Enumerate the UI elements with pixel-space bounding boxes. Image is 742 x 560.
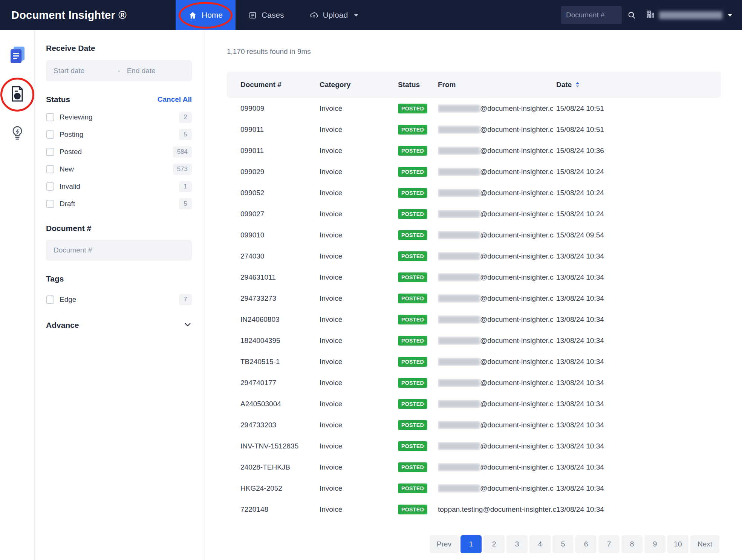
table-header: Document # Category Status From Date: [227, 72, 721, 98]
header-document[interactable]: Document #: [240, 81, 320, 89]
table-row[interactable]: 294733203 Invoice POSTED @document-insig…: [227, 415, 721, 436]
date-cell: 13/08/24 10:34: [556, 484, 707, 493]
status-checkbox[interactable]: [46, 113, 54, 121]
status-option-label: New: [60, 165, 168, 173]
table-row[interactable]: 24028-TEHKJB Invoice POSTED @document-in…: [227, 457, 721, 478]
redacted-sender: [438, 337, 480, 344]
nav-cases[interactable]: Cases: [236, 0, 297, 30]
table-row[interactable]: 099052 Invoice POSTED @document-insighte…: [227, 182, 721, 203]
status-checkbox[interactable]: [46, 148, 54, 156]
upload-icon: [310, 11, 318, 20]
status-cell: POSTED: [398, 483, 438, 493]
table-row[interactable]: 099009 Invoice POSTED @document-insighte…: [227, 98, 721, 119]
page-button[interactable]: 2: [483, 535, 505, 553]
page-button[interactable]: 8: [621, 535, 643, 553]
redacted-sender: [438, 421, 480, 429]
date-cell: 13/08/24 10:34: [556, 379, 707, 387]
category-cell: Invoice: [320, 358, 398, 366]
sender-domain: @document-insighter.c: [480, 421, 554, 429]
page-button[interactable]: 3: [506, 535, 528, 553]
page-button[interactable]: 9: [644, 535, 666, 553]
redacted-sender: [438, 316, 480, 323]
from-cell: @document-insighter.c: [438, 463, 556, 471]
status-badge: POSTED: [398, 420, 427, 430]
cancel-all-link[interactable]: Cancel All: [158, 95, 192, 104]
table-row[interactable]: IN24060803 Invoice POSTED @document-insi…: [227, 309, 721, 330]
sender-prefix: toppan.testing: [438, 505, 483, 514]
status-filter-option[interactable]: Posting 5: [46, 126, 192, 143]
table-row[interactable]: 099011 Invoice POSTED @document-insighte…: [227, 119, 721, 140]
page-button[interactable]: 4: [529, 535, 551, 553]
status-cell: POSTED: [398, 209, 438, 219]
table-row[interactable]: 099010 Invoice POSTED @document-insighte…: [227, 225, 721, 246]
tag-checkbox[interactable]: [46, 295, 54, 304]
header-date[interactable]: Date: [556, 81, 707, 89]
status-badge: POSTED: [398, 230, 427, 240]
status-checkbox[interactable]: [46, 200, 54, 208]
header-status[interactable]: Status: [398, 81, 438, 89]
page-button[interactable]: 10: [667, 535, 688, 553]
status-filter-option[interactable]: Invalid 1: [46, 178, 192, 195]
date-cell: 13/08/24 10:34: [556, 400, 707, 408]
nav-upload[interactable]: Upload: [297, 0, 372, 30]
nav-home[interactable]: Home: [176, 0, 236, 30]
sort-icon[interactable]: [575, 81, 580, 88]
page-button[interactable]: 1: [460, 535, 482, 553]
table-row[interactable]: INV-TNV-1512835 Invoice POSTED @document…: [227, 436, 721, 457]
status-filter-option[interactable]: Posted 584: [46, 143, 192, 161]
status-checkbox[interactable]: [46, 130, 54, 139]
from-cell: @document-insighter.c: [438, 231, 556, 239]
table-row[interactable]: 294740177 Invoice POSTED @document-insig…: [227, 372, 721, 393]
rail-insights[interactable]: [6, 123, 28, 145]
date-cell: 15/08/24 10:24: [556, 189, 707, 197]
status-filter-option[interactable]: Draft 5: [46, 195, 192, 213]
page-button[interactable]: 5: [552, 535, 574, 553]
table-row[interactable]: 274030 Invoice POSTED @document-insighte…: [227, 246, 721, 267]
table-row[interactable]: 099011 Invoice POSTED @document-insighte…: [227, 140, 721, 161]
filter-panel: Receive Date Start date - End date Statu…: [35, 30, 204, 560]
tag-filter-list: Edge 7: [46, 291, 192, 308]
table-row[interactable]: 1824004395 Invoice POSTED @document-insi…: [227, 330, 721, 351]
user-menu[interactable]: [646, 9, 732, 21]
table-row[interactable]: 099027 Invoice POSTED @document-insighte…: [227, 203, 721, 225]
tag-filter-option[interactable]: Edge 7: [46, 291, 192, 308]
date-cell: 13/08/24 10:34: [556, 421, 707, 429]
document-number-input[interactable]: [46, 240, 192, 261]
search-icon[interactable]: [627, 11, 636, 20]
table-row[interactable]: TB240515-1 Invoice POSTED @document-insi…: [227, 351, 721, 372]
page-button[interactable]: 6: [575, 535, 597, 553]
sender-domain: @document-insighter.c: [480, 315, 554, 324]
navbar-search[interactable]: [561, 6, 622, 24]
end-date-input[interactable]: End date: [127, 67, 184, 75]
prev-button[interactable]: Prev: [430, 535, 459, 553]
status-badge: POSTED: [398, 483, 427, 493]
table-row[interactable]: 7220148 Invoice POSTED toppan.testing@do…: [227, 499, 721, 520]
page-button[interactable]: 7: [598, 535, 620, 553]
date-range-input[interactable]: Start date - End date: [46, 60, 192, 81]
status-badge: POSTED: [398, 462, 427, 472]
status-checkbox[interactable]: [46, 165, 54, 173]
status-filter-option[interactable]: Reviewing 2: [46, 109, 192, 126]
next-button[interactable]: Next: [690, 535, 719, 553]
table-row[interactable]: A240503004 Invoice POSTED @document-insi…: [227, 393, 721, 415]
search-input[interactable]: [566, 11, 617, 19]
status-checkbox[interactable]: [46, 182, 54, 191]
table-row[interactable]: 294631011 Invoice POSTED @document-insig…: [227, 267, 721, 288]
advance-toggle[interactable]: Advance: [46, 320, 192, 330]
start-date-input[interactable]: Start date: [54, 67, 111, 75]
document-cell: 099011: [240, 125, 320, 134]
status-option-label: Posted: [60, 148, 168, 156]
rail-documents[interactable]: [6, 44, 28, 66]
rail-invoices[interactable]: $: [6, 84, 28, 106]
table-row[interactable]: HKG24-2052 Invoice POSTED @document-insi…: [227, 478, 721, 499]
status-count-badge: 584: [173, 146, 192, 158]
category-cell: Invoice: [320, 400, 398, 408]
status-filter-option[interactable]: New 573: [46, 161, 192, 178]
status-cell: POSTED: [398, 505, 438, 514]
header-from[interactable]: From: [438, 81, 556, 89]
status-cell: POSTED: [398, 104, 438, 113]
sender-domain: @document-insighter.c: [483, 505, 556, 514]
table-row[interactable]: 294733273 Invoice POSTED @document-insig…: [227, 288, 721, 309]
table-row[interactable]: 099029 Invoice POSTED @document-insighte…: [227, 161, 721, 182]
header-category[interactable]: Category: [320, 81, 398, 89]
